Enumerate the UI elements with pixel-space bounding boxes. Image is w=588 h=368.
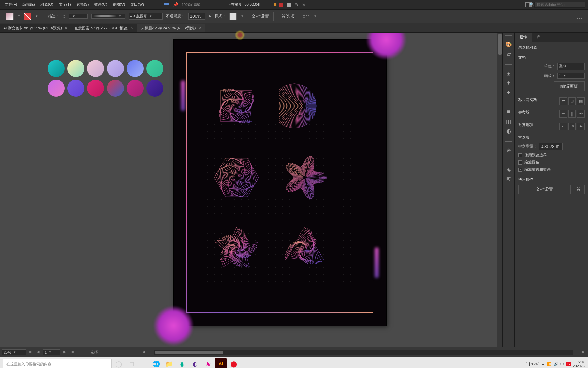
- zoom-level[interactable]: 25%▼: [2, 349, 26, 355]
- transparency-icon[interactable]: ◐: [505, 127, 512, 134]
- gradient-swatch[interactable]: [127, 80, 144, 97]
- quick-doc-setup-button[interactable]: 文档设置: [518, 185, 571, 194]
- style-label[interactable]: 样式：: [215, 14, 226, 19]
- prev-artboard-icon[interactable]: ◀: [35, 350, 41, 355]
- close-icon[interactable]: ✕: [198, 26, 201, 30]
- wifi-icon[interactable]: 📶: [547, 362, 552, 366]
- gradient-icon[interactable]: ◫: [505, 118, 512, 125]
- menu-effect[interactable]: 效果(C): [92, 1, 109, 8]
- document-tab[interactable]: AI 渐变色卡.ai* @ 25% (RGB/预览)✕: [0, 24, 71, 32]
- document-setup-button[interactable]: 文档设置: [247, 12, 274, 21]
- menu-view[interactable]: 视图(V): [111, 1, 127, 8]
- pin-icon[interactable]: 📌: [173, 2, 178, 7]
- swatches-icon[interactable]: ⊞: [505, 70, 512, 77]
- canvas[interactable]: [0, 33, 497, 347]
- symbols-icon[interactable]: ♣: [505, 89, 512, 96]
- edge-icon[interactable]: 🌐: [150, 358, 162, 368]
- ruler-icon[interactable]: ⊏: [559, 97, 567, 105]
- opacity-input[interactable]: [188, 13, 205, 20]
- gradient-swatch[interactable]: [87, 80, 104, 97]
- artboard[interactable]: [174, 40, 386, 326]
- page-icon[interactable]: ▱: [505, 50, 512, 57]
- guides-lock-icon[interactable]: ╫: [568, 110, 576, 118]
- tab-properties[interactable]: 属性: [515, 33, 532, 42]
- gradient-swatch[interactable]: [67, 60, 84, 77]
- drag-handle[interactable]: [505, 161, 512, 162]
- ime-icon[interactable]: S: [566, 362, 571, 366]
- first-artboard-icon[interactable]: ⏮: [28, 350, 33, 355]
- file-explorer-icon[interactable]: 📁: [163, 358, 175, 368]
- artboard-select[interactable]: 1▼: [557, 73, 585, 79]
- snap-pixel-icon[interactable]: ⇤: [559, 123, 567, 130]
- opacity-label[interactable]: 不透明度：: [166, 14, 185, 19]
- menu-file[interactable]: 文件(F): [3, 1, 19, 8]
- checkbox-preview-bounds[interactable]: [518, 153, 522, 157]
- tab-libraries[interactable]: 库: [532, 33, 545, 42]
- chevron-right-icon[interactable]: ▶: [209, 15, 211, 18]
- style-swatch[interactable]: [229, 13, 237, 20]
- fill-swatch[interactable]: [6, 13, 14, 20]
- stroke-label[interactable]: 描边：: [48, 14, 60, 19]
- units-select[interactable]: 毫米: [557, 63, 585, 70]
- document-tab[interactable]: 创意图案.ai* @ 25% (RGB/预览)✕: [71, 24, 137, 32]
- app-icon[interactable]: ◐: [189, 358, 201, 368]
- illustrator-icon[interactable]: Ai: [215, 358, 227, 368]
- stroke-swatch[interactable]: [24, 13, 31, 20]
- gradient-swatch[interactable]: [146, 60, 163, 77]
- preferences-button[interactable]: 首选项: [277, 12, 299, 21]
- recorder-menu-icon[interactable]: [164, 3, 169, 6]
- recorder-close-icon[interactable]: ✕: [302, 2, 306, 7]
- pencil-icon[interactable]: ✎: [295, 2, 298, 7]
- drag-handle[interactable]: [505, 64, 512, 66]
- asset-export-icon[interactable]: ⇱: [505, 176, 512, 183]
- guides-visibility-icon[interactable]: ╪: [559, 110, 567, 118]
- menu-edit[interactable]: 编辑(E): [20, 1, 37, 8]
- volume-icon[interactable]: 🔊: [554, 362, 558, 366]
- last-artboard-icon[interactable]: ⏭: [69, 350, 75, 355]
- onedrive-icon[interactable]: ☁: [541, 362, 545, 366]
- brushes-icon[interactable]: ✦: [505, 79, 512, 86]
- ime-icon[interactable]: 中: [560, 362, 564, 367]
- gradient-swatch[interactable]: [87, 60, 104, 77]
- checkbox-scale-strokes[interactable]: [518, 168, 522, 172]
- menu-select[interactable]: 选择(S): [75, 1, 91, 8]
- pause-icon[interactable]: ▮▮: [274, 2, 276, 7]
- document-tab[interactable]: 未标题-5* @ 24.51% (RGB/预览)✕: [137, 24, 205, 32]
- variable-width-profile[interactable]: ▼: [91, 14, 125, 19]
- key-increment-input[interactable]: [539, 143, 563, 150]
- tray-chevron-icon[interactable]: ˄: [525, 362, 527, 366]
- gradient-swatch[interactable]: [107, 80, 124, 97]
- stop-icon[interactable]: [279, 3, 283, 7]
- scroll-left-icon[interactable]: ◀: [141, 350, 146, 355]
- brush-definition[interactable]: 3 点圆形▼: [129, 13, 163, 20]
- edit-artboards-button[interactable]: 编辑画板: [554, 81, 585, 91]
- chevron-down-icon[interactable]: ▼: [18, 15, 20, 18]
- menu-object[interactable]: 对象(O): [38, 1, 55, 8]
- close-icon[interactable]: ✕: [65, 26, 67, 30]
- next-artboard-icon[interactable]: ▶: [62, 350, 67, 355]
- menu-window[interactable]: 窗口(W): [128, 1, 146, 8]
- appearance-icon[interactable]: ☀: [505, 147, 512, 154]
- taskbar-search-input[interactable]: 在这里输入你要搜索的内容: [3, 359, 112, 368]
- recorder-icon[interactable]: ⬤: [228, 358, 240, 368]
- quick-prefs-button[interactable]: 首: [573, 185, 585, 194]
- scroll-right-icon[interactable]: ▶: [581, 350, 586, 355]
- chevron-down-icon[interactable]: ▼: [241, 15, 244, 18]
- task-view-icon[interactable]: ⊟: [126, 358, 137, 368]
- help-search-input[interactable]: [534, 2, 585, 8]
- vertical-scrollbar[interactable]: [497, 33, 502, 347]
- horizontal-scrollbar[interactable]: [154, 350, 573, 355]
- gradient-swatch[interactable]: [67, 80, 84, 97]
- snap-grid-icon[interactable]: ⇔: [577, 123, 585, 130]
- align-icon[interactable]: [303, 15, 310, 18]
- gradient-swatch[interactable]: [48, 80, 65, 97]
- close-icon[interactable]: ✕: [131, 26, 134, 30]
- gradient-swatch[interactable]: [107, 60, 124, 77]
- drag-handle[interactable]: [505, 103, 512, 104]
- artboard-nav-input[interactable]: 1▼: [43, 349, 60, 355]
- battery-icon[interactable]: 95%: [529, 362, 539, 366]
- cortana-icon[interactable]: ◯: [113, 358, 125, 368]
- color-icon[interactable]: 🎨: [505, 41, 512, 48]
- app-icon[interactable]: ◉: [176, 358, 188, 368]
- gradient-swatch[interactable]: [48, 60, 65, 77]
